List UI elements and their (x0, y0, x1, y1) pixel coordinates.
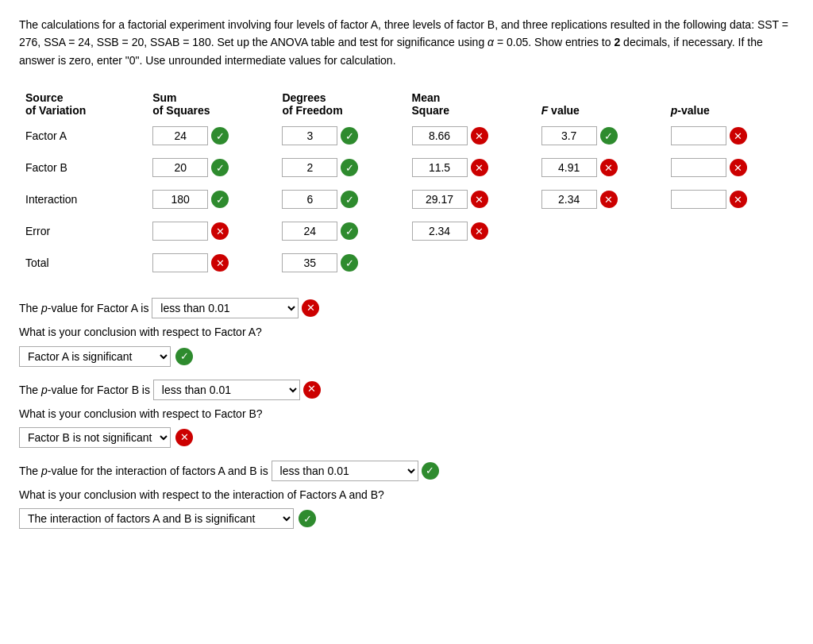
table-row: Factor A✓✓✕✓✕ (19, 120, 794, 152)
intro-text: The calculations for a factorial experim… (19, 16, 794, 69)
check-icon: ✓ (600, 127, 618, 145)
p-value-input[interactable] (671, 190, 726, 209)
factor-a-section: The p-value for Factor A is less than 0.… (19, 298, 794, 366)
cross-icon: ✕ (211, 222, 229, 240)
col-source: Sourceof Variation (19, 88, 146, 120)
factor-b-conclusion-row: Factor B is significantFactor B is not s… (19, 427, 794, 448)
sum-squares-input[interactable] (152, 158, 208, 177)
cell-mean-square (406, 247, 535, 279)
cell-source: Error (19, 215, 146, 247)
interaction-conclusion-icon: ✓ (299, 510, 316, 527)
cell-sum-squares[interactable]: ✓ (146, 152, 275, 183)
cell-sum-squares[interactable]: ✓ (146, 183, 275, 215)
f-value-input[interactable] (541, 126, 597, 145)
factor-b-section: The p-value for Factor B is less than 0.… (19, 380, 794, 448)
cell-source: Factor B (19, 152, 146, 183)
f-value-input[interactable] (541, 190, 597, 209)
interaction-conclusion-dropdown[interactable]: The interaction of factors A and B is si… (19, 508, 294, 529)
factor-b-pvalue-icon: ✕ (303, 381, 321, 399)
interaction-pvalue-icon: ✓ (422, 462, 439, 480)
sum-squares-input[interactable] (152, 253, 208, 272)
table-row: Error✕✓✕ (19, 215, 794, 247)
cell-f-value (535, 247, 665, 279)
cell-degrees-freedom[interactable]: ✓ (275, 215, 405, 247)
check-icon: ✓ (341, 159, 358, 176)
cross-icon: ✕ (471, 159, 488, 176)
cell-degrees-freedom[interactable]: ✓ (275, 247, 405, 279)
cross-icon: ✕ (600, 191, 618, 208)
cell-f-value[interactable]: ✕ (535, 183, 665, 215)
anova-table: Sourceof Variation Sumof Squares Degrees… (19, 88, 794, 279)
degrees-freedom-input[interactable] (282, 222, 337, 241)
cell-f-value[interactable]: ✓ (535, 120, 665, 152)
factor-b-conclusion-dropdown[interactable]: Factor B is significantFactor B is not s… (19, 427, 171, 448)
cross-icon: ✕ (471, 127, 488, 145)
degrees-freedom-input[interactable] (282, 158, 337, 177)
table-row: Total✕✓ (19, 247, 794, 279)
cell-mean-square[interactable]: ✕ (406, 152, 535, 183)
check-icon: ✓ (341, 254, 358, 272)
cell-source: Total (19, 247, 146, 279)
check-icon: ✓ (211, 191, 229, 208)
factor-a-pvalue-icon: ✕ (302, 299, 319, 317)
interaction-pvalue-dropdown[interactable]: less than 0.01between 0.01 and 0.025betw… (272, 461, 418, 481)
factor-b-conclusion-label: What is your conclusion with respect to … (19, 405, 794, 422)
cell-p-value (665, 247, 794, 279)
cross-icon: ✕ (600, 159, 618, 176)
cell-degrees-freedom[interactable]: ✓ (275, 120, 405, 152)
cell-sum-squares[interactable]: ✓ (146, 120, 275, 152)
col-p: p-value (665, 88, 794, 120)
factor-a-pvalue-dropdown[interactable]: less than 0.01between 0.01 and 0.025betw… (152, 298, 299, 318)
interaction-section: The p-value for the interaction of facto… (19, 461, 794, 529)
col-mean: MeanSquare (406, 88, 535, 120)
cell-f-value (535, 215, 665, 247)
mean-square-input[interactable] (412, 158, 468, 177)
f-value-input[interactable] (541, 158, 597, 177)
mean-square-input[interactable] (412, 222, 468, 241)
cell-degrees-freedom[interactable]: ✓ (275, 152, 405, 183)
interaction-conclusion-row: The interaction of factors A and B is si… (19, 508, 794, 529)
degrees-freedom-input[interactable] (282, 126, 337, 145)
cell-f-value[interactable]: ✕ (535, 152, 665, 183)
cell-mean-square[interactable]: ✕ (406, 183, 535, 215)
cell-source: Interaction (19, 183, 146, 215)
sum-squares-input[interactable] (152, 222, 208, 241)
cross-icon: ✕ (730, 159, 747, 176)
factor-a-conclusion-icon: ✓ (175, 348, 193, 365)
cell-mean-square[interactable]: ✕ (406, 120, 535, 152)
factor-b-conclusion-icon: ✕ (175, 429, 193, 446)
factor-a-pvalue-label: The p-value for Factor A is less than 0.… (19, 298, 794, 318)
cross-icon: ✕ (211, 254, 229, 272)
mean-square-input[interactable] (412, 190, 468, 209)
mean-square-input[interactable] (412, 126, 468, 145)
cross-icon: ✕ (471, 222, 488, 240)
factor-b-pvalue-dropdown[interactable]: less than 0.01between 0.01 and 0.025betw… (153, 380, 300, 400)
interaction-conclusion-label: What is your conclusion with respect to … (19, 486, 794, 503)
factor-a-conclusion-dropdown[interactable]: Factor A is significantFactor A is not s… (19, 346, 171, 367)
factor-b-pvalue-label: The p-value for Factor B is less than 0.… (19, 380, 794, 400)
interaction-pvalue-label: The p-value for the interaction of facto… (19, 461, 794, 481)
sum-squares-input[interactable] (152, 190, 208, 209)
cell-source: Factor A (19, 120, 146, 152)
p-value-input[interactable] (671, 126, 726, 145)
cell-p-value[interactable]: ✕ (665, 183, 794, 215)
cell-sum-squares[interactable]: ✕ (146, 247, 275, 279)
cross-icon: ✕ (730, 191, 747, 208)
col-sum: Sumof Squares (146, 88, 275, 120)
sum-squares-input[interactable] (152, 126, 208, 145)
check-icon: ✓ (341, 191, 358, 208)
degrees-freedom-input[interactable] (282, 253, 337, 272)
col-df: Degreesof Freedom (275, 88, 405, 120)
cell-p-value[interactable]: ✕ (665, 152, 794, 183)
cross-icon: ✕ (471, 191, 488, 208)
check-icon: ✓ (341, 127, 358, 145)
p-value-input[interactable] (671, 158, 726, 177)
degrees-freedom-input[interactable] (282, 190, 337, 209)
cell-mean-square[interactable]: ✕ (406, 215, 535, 247)
cell-degrees-freedom[interactable]: ✓ (275, 183, 405, 215)
cell-sum-squares[interactable]: ✕ (146, 215, 275, 247)
check-icon: ✓ (211, 159, 229, 176)
cell-p-value[interactable]: ✕ (665, 120, 794, 152)
check-icon: ✓ (341, 222, 358, 240)
table-row: Factor B✓✓✕✕✕ (19, 152, 794, 183)
